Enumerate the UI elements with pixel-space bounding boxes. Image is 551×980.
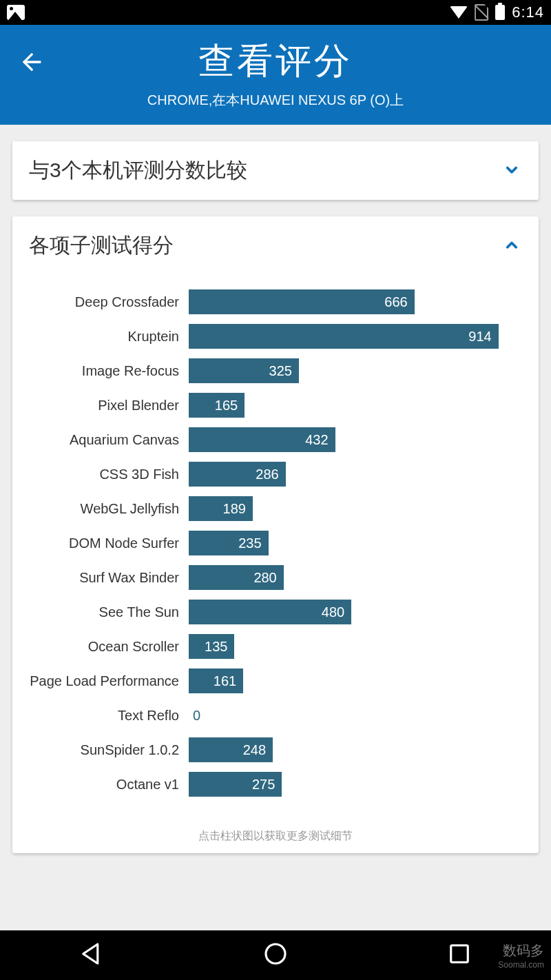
watermark: 数码多 Soomal.com (455, 930, 551, 980)
chart-bar[interactable]: 248 (189, 737, 273, 762)
chart-bar-track: 666 (189, 289, 528, 314)
status-clock: 6:14 (512, 3, 544, 21)
chart-bar-track: 235 (189, 531, 528, 555)
chart-hint: 点击柱状图以获取更多测试细节 (12, 829, 539, 844)
chart-bar[interactable]: 135 (189, 634, 234, 659)
chart-bar[interactable]: 189 (189, 496, 253, 521)
chart-label: SunSpider 1.0.2 (23, 742, 189, 758)
chart-bar[interactable]: 161 (189, 668, 243, 693)
app-header: 查看评分 CHROME,在本HUAWEI NEXUS 6P (O)上 (0, 25, 551, 125)
chart-label: DOM Node Surfer (23, 535, 189, 551)
chevron-up-icon (501, 234, 522, 258)
chart-bar[interactable]: 235 (189, 531, 269, 555)
chart-bar-track: 161 (189, 668, 528, 693)
chart-bar[interactable]: 325 (189, 358, 299, 383)
image-notification-icon (7, 5, 25, 20)
chart-bar[interactable]: 666 (189, 289, 415, 314)
chart-bar[interactable]: 286 (189, 462, 286, 487)
chart-bar-track: 280 (189, 565, 528, 590)
chart-label: Image Re-focus (23, 363, 189, 379)
watermark-line1: 数码多 (503, 941, 544, 960)
nav-home-button[interactable] (261, 939, 290, 971)
chart-bar[interactable]: 280 (189, 565, 284, 590)
subtests-card-head[interactable]: 各项子测试得分 (12, 216, 539, 275)
chart-bar-track: 480 (189, 600, 528, 624)
chart-row[interactable]: Aquarium Canvas432 (23, 422, 528, 457)
chart-bar-track: 914 (189, 324, 528, 349)
chart-label: Octane v1 (23, 777, 189, 793)
circle-home-icon (261, 939, 290, 968)
chart-row[interactable]: Kruptein914 (23, 319, 528, 354)
wifi-icon (450, 6, 468, 19)
compare-card-title: 与3个本机评测分数比较 (29, 156, 247, 185)
chart-label: Kruptein (23, 329, 189, 345)
chart-bar[interactable]: 480 (189, 600, 351, 624)
chart-bar-track: 275 (189, 772, 528, 797)
subtests-card-title: 各项子测试得分 (29, 232, 174, 260)
chart-row[interactable]: Surf Wax Binder280 (23, 560, 528, 595)
chart-row[interactable]: Deep Crossfader666 (23, 285, 528, 319)
svg-point-0 (266, 944, 285, 963)
page-subtitle: CHROME,在本HUAWEI NEXUS 6P (O)上 (14, 91, 537, 110)
battery-icon (495, 5, 505, 20)
back-button[interactable] (18, 48, 45, 79)
chart-bar[interactable]: 275 (189, 772, 282, 797)
chart-bar-track: 325 (189, 358, 528, 383)
chart-label: See The Sun (23, 604, 189, 620)
chart-label: Text Reflo (23, 708, 189, 724)
chart-label: Surf Wax Binder (23, 570, 189, 586)
chart-bar-track: 286 (189, 462, 528, 487)
chart-label: WebGL Jellyfish (23, 501, 189, 517)
chevron-down-icon (501, 159, 522, 183)
chart-row[interactable]: SunSpider 1.0.2248 (23, 733, 528, 767)
chart-bar[interactable]: 0 (189, 703, 193, 728)
status-right: 6:14 (450, 3, 544, 21)
back-arrow-icon (18, 48, 45, 76)
chart-bar[interactable]: 914 (189, 324, 499, 349)
chart-bar-track: 135 (189, 634, 528, 659)
chart-row[interactable]: CSS 3D Fish286 (23, 457, 528, 491)
triangle-back-icon (77, 939, 106, 968)
chart-row[interactable]: DOM Node Surfer235 (23, 526, 528, 560)
chart-row[interactable]: See The Sun480 (23, 595, 528, 629)
chart-row[interactable]: Octane v1275 (23, 767, 528, 802)
subtests-chart[interactable]: Deep Crossfader666Kruptein914Image Re-fo… (12, 275, 539, 815)
status-bar: 6:14 (0, 0, 551, 25)
chart-bar[interactable]: 432 (189, 427, 335, 452)
page-title: 查看评分 (14, 37, 537, 85)
chart-bar-track: 248 (189, 737, 528, 762)
android-nav-bar: 数码多 Soomal.com (0, 930, 551, 980)
subtests-card: 各项子测试得分 Deep Crossfader666Kruptein914Ima… (12, 216, 539, 853)
nav-back-button[interactable] (77, 939, 106, 971)
chart-row[interactable]: WebGL Jellyfish189 (23, 491, 528, 526)
chart-bar-track: 0 (189, 703, 528, 728)
chart-bar-track: 165 (189, 393, 528, 418)
chart-row[interactable]: Pixel Blender165 (23, 388, 528, 422)
status-left (7, 5, 25, 20)
chart-label: Aquarium Canvas (23, 432, 189, 448)
chart-row[interactable]: Text Reflo0 (23, 698, 528, 733)
compare-card-head[interactable]: 与3个本机评测分数比较 (12, 141, 539, 200)
chart-bar-track: 189 (189, 496, 528, 521)
chart-bar-track: 432 (189, 427, 528, 452)
chart-row[interactable]: Image Re-focus325 (23, 354, 528, 388)
compare-card[interactable]: 与3个本机评测分数比较 (12, 141, 539, 200)
watermark-line2: Soomal.com (498, 960, 544, 970)
chart-bar[interactable]: 165 (189, 393, 245, 418)
chart-label: Pixel Blender (23, 398, 189, 414)
chart-label: CSS 3D Fish (23, 467, 189, 482)
chart-label: Page Load Performance (23, 673, 189, 689)
chart-row[interactable]: Ocean Scroller135 (23, 629, 528, 664)
chart-label: Deep Crossfader (23, 294, 189, 310)
no-sim-icon (475, 4, 488, 21)
chart-row[interactable]: Page Load Performance161 (23, 664, 528, 698)
chart-label: Ocean Scroller (23, 639, 189, 655)
